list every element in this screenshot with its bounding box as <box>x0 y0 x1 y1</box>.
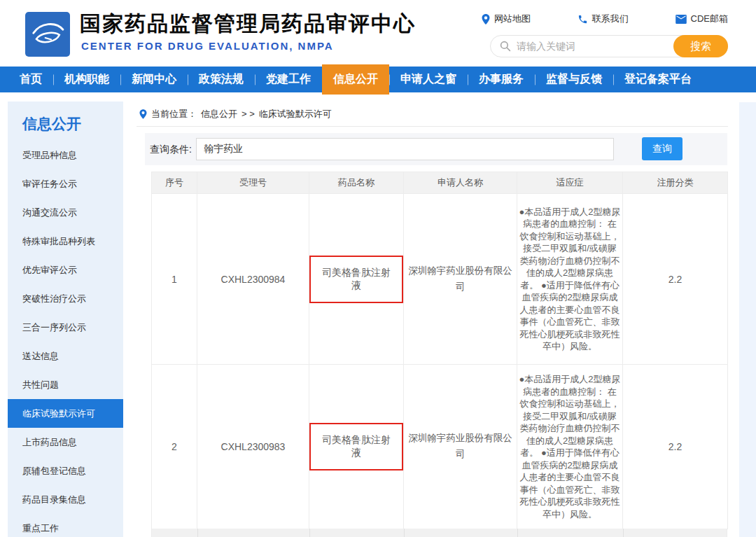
nav-item[interactable]: 办事服务 <box>468 67 535 92</box>
sidebar-item[interactable]: 三合一序列公示 <box>8 313 123 342</box>
nav-item[interactable]: 申请人之窗 <box>389 67 468 92</box>
sidebar-item[interactable]: 原辅包登记信息 <box>8 456 123 485</box>
nav-item[interactable]: 登记备案平台 <box>613 67 703 92</box>
sidebar-item-label: 重点工作 <box>22 523 59 533</box>
sidebar-item-label: 上市药品信息 <box>22 437 77 447</box>
column-header: 适应症 <box>517 172 623 194</box>
sidebar-item[interactable]: 上市药品信息 <box>8 428 123 456</box>
breadcrumb-label: 当前位置： <box>151 108 197 120</box>
nav-item[interactable]: 机构职能 <box>53 67 120 92</box>
sidebar: 信息公开 受理品种信息 审评任务公示 沟通交流公示 特殊审批品种列表 优先审评公… <box>8 102 123 537</box>
mailbox-label: CDE邮箱 <box>691 13 728 25</box>
indication-text: ●本品适用于成人2型糖尿病患者的血糖控制： 在饮食控制和运动基础上，接受二甲双胍… <box>517 368 622 526</box>
applicant-name: 深圳翰宇药业股份有限公司 <box>404 263 517 295</box>
sidebar-item[interactable]: 临床试验默示许可 <box>8 399 123 428</box>
sidebar-item-label: 突破性治疗公示 <box>22 293 86 304</box>
column-header: 药品名称 <box>309 172 404 194</box>
nav-item[interactable]: 首页 <box>8 67 53 92</box>
swan-icon <box>29 15 66 53</box>
sidebar-item-label: 药品目录集信息 <box>22 494 86 505</box>
sidebar-item[interactable]: 优先审评公示 <box>8 256 123 284</box>
table-row: 1 CXHL2300984 司美格鲁肽注射液 深圳翰宇药业股份有限公司 ●本品适… <box>152 194 728 365</box>
sidebar-item[interactable]: 突破性治疗公示 <box>8 284 123 313</box>
nav-item[interactable]: 政策法规 <box>188 67 255 92</box>
sidebar-item-label: 优先审评公示 <box>22 265 77 275</box>
column-header: 申请人名称 <box>404 172 517 194</box>
quick-links: 网站地图 联系我们 CDE邮箱 <box>482 13 728 25</box>
contact-link[interactable]: 联系我们 <box>578 13 629 25</box>
table-row: 2 CXHL2300983 司美格鲁肽注射液 深圳翰宇药业股份有限公司 ●本品适… <box>152 365 728 529</box>
cell-applicant: 深圳翰宇药业股份有限公司 <box>404 365 517 529</box>
cell-category: 2.2 <box>623 194 728 365</box>
breadcrumb-separator: > > <box>241 109 255 119</box>
acceptance-number: CXHL2300984 <box>221 274 286 285</box>
sidebar-item-label: 受理品种信息 <box>22 150 77 160</box>
location-pin-icon <box>139 109 147 119</box>
nav-item[interactable]: 监督与反馈 <box>535 67 613 92</box>
nav-item-label: 登记备案平台 <box>624 72 692 87</box>
query-label: 查询条件: <box>150 144 192 156</box>
sitemap-link[interactable]: 网站地图 <box>482 13 531 25</box>
sitemap-label: 网站地图 <box>494 13 531 25</box>
breadcrumb-section[interactable]: 信息公开 <box>201 108 237 120</box>
nav-item[interactable]: 党建工作 <box>255 67 322 92</box>
sidebar-item[interactable]: 审评任务公示 <box>8 169 123 198</box>
query-bar: 查询条件: 查询 <box>145 133 727 165</box>
query-button[interactable]: 查询 <box>642 137 682 160</box>
query-input[interactable] <box>196 138 614 160</box>
cell-applicant: 深圳翰宇药业股份有限公司 <box>404 194 517 365</box>
acceptance-number: CXHL2300983 <box>221 441 286 452</box>
page: 国家药品监督管理局药品审评中心 CENTER FOR DRUG EVALUATI… <box>0 0 756 537</box>
nav-item-label: 党建工作 <box>266 72 311 87</box>
main-nav: 首页 机构职能 新闻中心 政策法规 党建工作 信息公开 申请人之窗 办事服务 监… <box>0 67 756 92</box>
cell-category: 2.2 <box>623 365 728 529</box>
sidebar-item[interactable]: 受理品种信息 <box>8 141 123 169</box>
search-icon <box>500 41 511 52</box>
cell-indication: ●本品适用于成人2型糖尿病患者的血糖控制： 在饮食控制和运动基础上，接受二甲双胍… <box>517 365 623 529</box>
nav-item[interactable]: 新闻中心 <box>120 67 188 92</box>
site-subtitle: CENTER FOR DRUG EVALUATION, NMPA <box>81 40 334 52</box>
sidebar-item[interactable]: 重点工作 <box>8 514 123 537</box>
cell-drug-name: 司美格鲁肽注射液 <box>309 365 404 529</box>
sidebar-item[interactable]: 沟通交流公示 <box>8 198 123 227</box>
nav-item-label: 机构职能 <box>64 72 109 87</box>
column-header: 受理号 <box>197 172 309 194</box>
breadcrumb: 当前位置：信息公开 > > 临床试验默示许可 <box>136 102 728 127</box>
nav-item-label: 信息公开 <box>333 72 378 87</box>
sidebar-item-label: 原辅包登记信息 <box>22 466 86 476</box>
sidebar-item-label: 三合一序列公示 <box>22 322 86 333</box>
mailbox-link[interactable]: CDE邮箱 <box>676 13 728 25</box>
sidebar-item[interactable]: 送达信息 <box>8 342 123 370</box>
sidebar-item[interactable]: 共性问题 <box>8 370 123 399</box>
phone-icon <box>578 14 588 25</box>
indication-text: ●本品适用于成人2型糖尿病患者的血糖控制： 在饮食控制和运动基础上，接受二甲双胍… <box>517 200 622 358</box>
table-header-row: 序号受理号药品名称申请人名称适应症注册分类 <box>152 172 728 194</box>
row-index: 1 <box>172 274 177 285</box>
nav-item[interactable]: 信息公开 <box>322 64 389 95</box>
column-header: 序号 <box>152 172 197 194</box>
next-row-partial <box>151 529 727 537</box>
drug-name-highlight: 司美格鲁肽注射液 <box>309 256 403 303</box>
cell-index: 2 <box>152 365 197 529</box>
nav-item-label: 监督与反馈 <box>546 72 602 87</box>
cell-acceptance-no: CXHL2300983 <box>197 365 309 529</box>
applicant-name: 深圳翰宇药业股份有限公司 <box>404 431 517 463</box>
cde-swan-logo <box>25 12 70 57</box>
registration-category: 2.2 <box>668 441 682 452</box>
site-search: 搜索 <box>490 35 728 57</box>
nav-item-label: 办事服务 <box>479 72 524 87</box>
sidebar-title: 信息公开 <box>8 102 123 141</box>
results-table: 序号受理号药品名称申请人名称适应症注册分类 1 CXHL2300984 司美格鲁… <box>151 172 728 529</box>
sidebar-item[interactable]: 药品目录集信息 <box>8 485 123 514</box>
contact-label: 联系我们 <box>592 13 629 25</box>
site-search-button[interactable]: 搜索 <box>673 35 728 57</box>
sidebar-item-label: 送达信息 <box>22 351 59 361</box>
sidebar-item-label: 特殊审批品种列表 <box>22 236 95 246</box>
sidebar-item[interactable]: 特殊审批品种列表 <box>8 227 123 256</box>
drug-name-highlight: 司美格鲁肽注射液 <box>309 423 403 470</box>
location-pin-icon <box>482 14 490 25</box>
nav-item-label: 申请人之窗 <box>400 72 456 87</box>
main-content: 当前位置：信息公开 > > 临床试验默示许可 查询条件: 查询 序号受理号药品名… <box>136 102 728 537</box>
cell-drug-name: 司美格鲁肽注射液 <box>309 194 404 365</box>
breadcrumb-current: 临床试验默示许可 <box>259 108 332 120</box>
